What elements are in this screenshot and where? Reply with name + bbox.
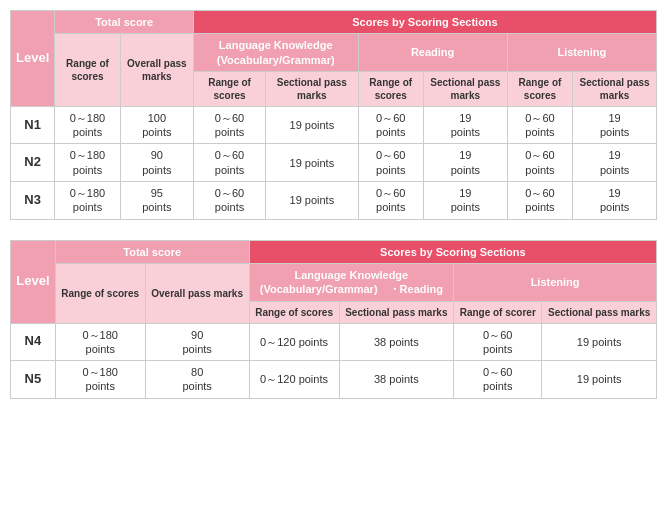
l-pass-col-1: Sectional pass marks bbox=[573, 71, 657, 106]
l-pass: 19 points bbox=[542, 361, 657, 399]
table-row: N2 0～180points 90points 0～60points 19 po… bbox=[11, 144, 657, 182]
lk-range: 0～120 points bbox=[249, 323, 339, 361]
r-range: 0～60points bbox=[358, 144, 424, 182]
lk-pass: 38 points bbox=[339, 361, 454, 399]
lk-range: 0～60points bbox=[193, 106, 265, 144]
total-pass: 100points bbox=[120, 106, 193, 144]
lk-pass-col-2: Sectional pass marks bbox=[339, 301, 454, 323]
level-header-2: Level bbox=[11, 240, 56, 323]
total-pass: 95points bbox=[120, 182, 193, 220]
lk-pass: 38 points bbox=[339, 323, 454, 361]
r-pass: 19points bbox=[424, 144, 508, 182]
col-range-1: Range of scores bbox=[55, 34, 121, 107]
total-range: 0～180points bbox=[55, 361, 145, 399]
l-range: 0～60points bbox=[507, 144, 573, 182]
r-range: 0～60points bbox=[358, 106, 424, 144]
lk-range: 0～120 points bbox=[249, 361, 339, 399]
l-range-col-1: Range of scores bbox=[507, 71, 573, 106]
reading-header-1: Reading bbox=[358, 34, 507, 72]
lk-range-col-2: Range of scores bbox=[249, 301, 339, 323]
level-cell: N3 bbox=[11, 182, 55, 220]
total-range: 0～180points bbox=[55, 323, 145, 361]
l-range: 0～60points bbox=[507, 106, 573, 144]
table-row: N5 0～180points 80points 0～120 points 38 … bbox=[11, 361, 657, 399]
table-1: Level Total score Scores by Scoring Sect… bbox=[10, 10, 657, 220]
lk-pass: 19 points bbox=[266, 144, 358, 182]
lk-header-1: Language Knowledge(Vocabulary/Grammar) bbox=[193, 34, 358, 72]
total-score-header-1: Total score bbox=[55, 11, 194, 34]
level-header-1: Level bbox=[11, 11, 55, 107]
total-range: 0～180points bbox=[55, 106, 121, 144]
r-range: 0～60points bbox=[358, 182, 424, 220]
total-range: 0～180points bbox=[55, 144, 121, 182]
total-score-header-2: Total score bbox=[55, 240, 249, 263]
l-pass: 19 points bbox=[542, 323, 657, 361]
tables-wrapper: Level Total score Scores by Scoring Sect… bbox=[10, 10, 657, 399]
total-pass: 90points bbox=[145, 323, 249, 361]
lk-range: 0～60points bbox=[193, 144, 265, 182]
total-pass: 90points bbox=[120, 144, 193, 182]
lk-pass-col-1: Sectional pass marks bbox=[266, 71, 358, 106]
total-range: 0～180points bbox=[55, 182, 121, 220]
r-range-col-1: Range of scores bbox=[358, 71, 424, 106]
level-cell: N5 bbox=[11, 361, 56, 399]
l-range-col-2: Range of scorer bbox=[454, 301, 542, 323]
table-2: Level Total score Scores by Scoring Sect… bbox=[10, 240, 657, 399]
listening-header-2: Listening bbox=[454, 263, 657, 301]
col-pass-1: Overall pass marks bbox=[120, 34, 193, 107]
sections-title-1: Scores by Scoring Sections bbox=[193, 11, 656, 34]
l-pass: 19points bbox=[573, 106, 657, 144]
lk-range: 0～60points bbox=[193, 182, 265, 220]
r-pass-col-1: Sectional pass marks bbox=[424, 71, 508, 106]
lk-header-2: Language Knowledge(Vocabulary/Grammar) ・… bbox=[249, 263, 454, 301]
l-pass-col-2: Sectional pass marks bbox=[542, 301, 657, 323]
lk-pass: 19 points bbox=[266, 106, 358, 144]
table-row: N4 0～180points 90points 0～120 points 38 … bbox=[11, 323, 657, 361]
l-range: 0～60points bbox=[454, 361, 542, 399]
r-pass: 19points bbox=[424, 106, 508, 144]
sections-title-2: Scores by Scoring Sections bbox=[249, 240, 656, 263]
l-pass: 19points bbox=[573, 144, 657, 182]
table-row: N1 0～180points 100points 0～60points 19 p… bbox=[11, 106, 657, 144]
total-pass: 80points bbox=[145, 361, 249, 399]
level-cell: N4 bbox=[11, 323, 56, 361]
col-range-2: Range of scores bbox=[55, 263, 145, 323]
lk-range-col-1: Range of scores bbox=[193, 71, 265, 106]
level-cell: N2 bbox=[11, 144, 55, 182]
listening-header-1: Listening bbox=[507, 34, 656, 72]
l-pass: 19points bbox=[573, 182, 657, 220]
col-pass-2: Overall pass marks bbox=[145, 263, 249, 323]
lk-pass: 19 points bbox=[266, 182, 358, 220]
table-row: N3 0～180points 95points 0～60points 19 po… bbox=[11, 182, 657, 220]
l-range: 0～60points bbox=[454, 323, 542, 361]
level-cell: N1 bbox=[11, 106, 55, 144]
r-pass: 19points bbox=[424, 182, 508, 220]
l-range: 0～60points bbox=[507, 182, 573, 220]
